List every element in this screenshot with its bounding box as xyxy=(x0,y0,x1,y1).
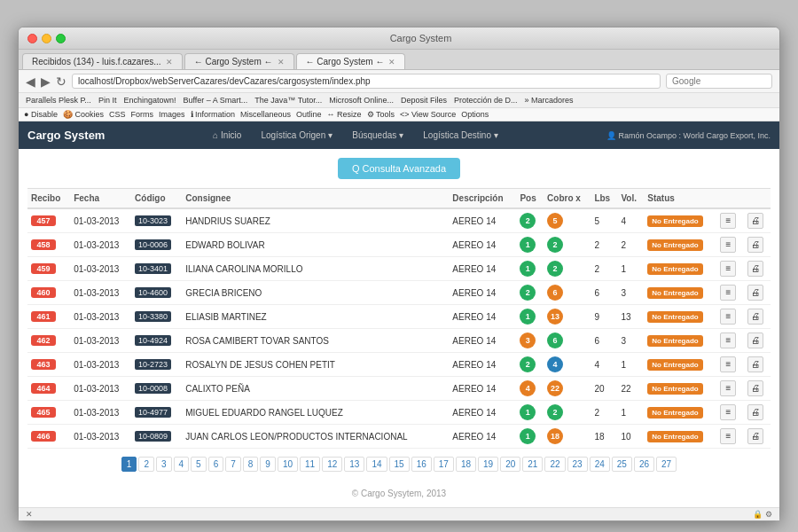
print-icon[interactable]: 🖨 xyxy=(747,428,763,444)
list-icon[interactable]: ≡ xyxy=(720,261,736,277)
print-icon[interactable]: 🖨 xyxy=(747,380,763,396)
close-button[interactable] xyxy=(27,34,37,43)
page-number[interactable]: 14 xyxy=(366,457,387,472)
page-number[interactable]: 23 xyxy=(567,457,588,472)
toolbar-disable[interactable]: ● Disable xyxy=(24,110,58,119)
page-number[interactable]: 21 xyxy=(522,457,543,472)
list-icon[interactable]: ≡ xyxy=(720,309,736,325)
nav-dest[interactable]: Logística Destino ▾ xyxy=(414,123,507,147)
bookmark-parallels[interactable]: Parallels Plesk P... xyxy=(26,96,91,105)
cell-status: No Entregado xyxy=(644,233,716,257)
print-icon[interactable]: 🖨 xyxy=(747,404,763,420)
page-number[interactable]: 13 xyxy=(344,457,364,472)
page-number[interactable]: 16 xyxy=(411,457,432,472)
back-button[interactable]: ◀ xyxy=(26,74,35,89)
page-number[interactable]: 5 xyxy=(191,457,207,472)
bookmark-marcadores[interactable]: » Marcadores xyxy=(524,96,573,105)
toolbar-information[interactable]: ℹ Information xyxy=(191,110,236,119)
toolbar-cookies[interactable]: 🍪 Cookies xyxy=(63,110,104,119)
tab-cargo-1[interactable]: ← Cargo System ← ✕ xyxy=(184,53,294,69)
footer: © Cargo Sysytem, 2013 xyxy=(19,480,779,507)
tab-cargo-2-label: ← Cargo System ← xyxy=(306,57,385,66)
tab-close-icon-2[interactable]: ✕ xyxy=(388,58,395,66)
bookmark-pinit[interactable]: Pin It xyxy=(98,96,117,105)
toolbar-viewsource[interactable]: <> View Source xyxy=(400,110,456,119)
bookmark-enchingatown[interactable]: Enchingatown! xyxy=(123,96,176,105)
page-number[interactable]: 25 xyxy=(612,457,632,472)
page-number[interactable]: 2 xyxy=(138,457,154,472)
bookmark-deposit[interactable]: Deposit Files xyxy=(401,96,447,105)
list-icon[interactable]: ≡ xyxy=(720,213,736,229)
page-number[interactable]: 3 xyxy=(156,457,172,472)
tab-cargo-2[interactable]: ← Cargo System ← ✕ xyxy=(296,53,406,69)
toolbar-resize[interactable]: ↔ Resize xyxy=(327,110,362,119)
page-number[interactable]: 17 xyxy=(434,457,454,472)
minimize-button[interactable] xyxy=(42,34,51,43)
page-number[interactable]: 6 xyxy=(208,457,224,472)
advanced-search-button[interactable]: Q Consulta Avanzada xyxy=(338,158,460,179)
url-input[interactable]: localhost/Dropbox/webServerCazares/devCa… xyxy=(72,74,661,89)
print-icon[interactable]: 🖨 xyxy=(747,285,763,301)
toolbar-miscellaneous[interactable]: Miscellaneous xyxy=(240,110,291,119)
maximize-button[interactable] xyxy=(56,34,66,43)
print-icon[interactable]: 🖨 xyxy=(747,356,763,372)
page-number[interactable]: 26 xyxy=(634,457,654,472)
bookmark-buffer[interactable]: Buffer – A Smart... xyxy=(183,96,247,105)
pos-badge: 1 xyxy=(520,261,536,277)
list-icon[interactable]: ≡ xyxy=(720,285,736,301)
page-number[interactable]: 8 xyxy=(243,457,259,472)
page-number[interactable]: 9 xyxy=(260,457,276,472)
cell-codigo: 10-0006 xyxy=(131,233,182,257)
print-icon[interactable]: 🖨 xyxy=(747,309,763,325)
page-number[interactable]: 1 xyxy=(121,457,137,472)
cell-lbs: 18 xyxy=(591,425,617,449)
list-icon[interactable]: ≡ xyxy=(720,428,736,444)
bookmark-microsoft[interactable]: Microsoft Online... xyxy=(329,96,394,105)
list-icon[interactable]: ≡ xyxy=(720,237,736,253)
cobro-badge: 22 xyxy=(547,380,563,396)
toolbar-forms[interactable]: Forms xyxy=(130,110,153,119)
page-number[interactable]: 11 xyxy=(300,457,320,472)
cell-codigo: 10-4600 xyxy=(131,281,182,305)
print-icon[interactable]: 🖨 xyxy=(747,237,763,253)
page-number[interactable]: 20 xyxy=(500,457,520,472)
toolbar-tools[interactable]: ⚙ Tools xyxy=(367,110,395,119)
bookmark-java[interactable]: The Java™ Tutor... xyxy=(254,96,322,105)
toolbar-images[interactable]: Images xyxy=(159,110,185,119)
search-input[interactable] xyxy=(666,74,772,89)
tab-close-icon[interactable]: ✕ xyxy=(166,58,173,66)
print-icon[interactable]: 🖨 xyxy=(747,332,763,348)
page-number[interactable]: 22 xyxy=(544,457,565,472)
list-icon[interactable]: ≡ xyxy=(720,356,736,372)
toolbar-options[interactable]: Options xyxy=(461,110,489,119)
page-number[interactable]: 7 xyxy=(225,457,241,472)
page-number[interactable]: 19 xyxy=(478,457,498,472)
page-number[interactable]: 27 xyxy=(656,457,677,472)
list-icon[interactable]: ≡ xyxy=(720,380,736,396)
toolbar-css[interactable]: CSS xyxy=(109,110,126,119)
page-number[interactable]: 15 xyxy=(389,457,410,472)
page-number[interactable]: 10 xyxy=(278,457,298,472)
tab-mail[interactable]: Recibidos (134) - luis.f.cazares... ✕ xyxy=(22,53,183,69)
reload-button[interactable]: ↻ xyxy=(56,74,66,89)
bookmark-proteccion[interactable]: Protección de D... xyxy=(454,96,518,105)
cell-vol: 22 xyxy=(617,377,644,401)
forward-button[interactable]: ▶ xyxy=(41,74,51,89)
nav-home[interactable]: ⌂ Inicio xyxy=(204,123,250,147)
cell-status: No Entregado xyxy=(644,329,716,353)
cobro-badge: 18 xyxy=(547,428,563,444)
table-row: 463 01-03-2013 10-2723 ROSALYN DE JESUS … xyxy=(27,353,771,377)
nav-origin[interactable]: Logística Origen ▾ xyxy=(252,123,341,147)
list-icon[interactable]: ≡ xyxy=(720,332,736,348)
page-number[interactable]: 24 xyxy=(590,457,610,472)
print-icon[interactable]: 🖨 xyxy=(747,261,763,277)
print-icon[interactable]: 🖨 xyxy=(747,213,763,229)
page-number[interactable]: 12 xyxy=(322,457,342,472)
nav-search[interactable]: Búsquedas ▾ xyxy=(343,123,412,147)
page-number[interactable]: 4 xyxy=(174,457,190,472)
tab-close-icon-1[interactable]: ✕ xyxy=(278,58,285,66)
recibo-badge: 458 xyxy=(31,239,56,250)
toolbar-outline[interactable]: Outline xyxy=(296,110,322,119)
list-icon[interactable]: ≡ xyxy=(720,404,736,420)
page-number[interactable]: 18 xyxy=(456,457,476,472)
